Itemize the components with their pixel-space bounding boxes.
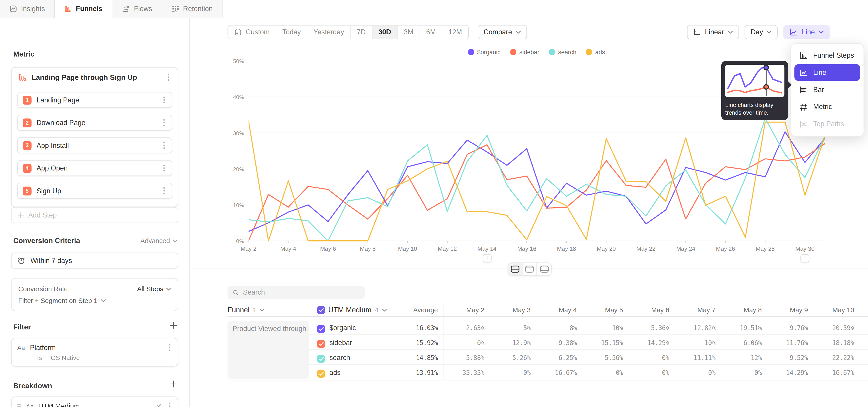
table-search[interactable]: [228, 286, 365, 299]
range-label: Today: [282, 28, 301, 36]
column-header[interactable]: May 2: [434, 306, 484, 314]
step-kebab-menu[interactable]: [162, 118, 166, 128]
layout-table-only-button[interactable]: [537, 263, 552, 275]
range-custom[interactable]: Custom: [228, 26, 276, 39]
advanced-dropdown[interactable]: Advanced: [141, 237, 178, 245]
menu-item-line[interactable]: Line: [794, 64, 860, 81]
granularity-dropdown[interactable]: Day: [745, 25, 778, 39]
tab-funnels[interactable]: Funnels: [55, 0, 113, 18]
day-value: 6.25%: [527, 354, 577, 362]
range-3m[interactable]: 3M: [398, 26, 420, 39]
column-header[interactable]: May 10: [804, 306, 854, 314]
column-header[interactable]: May 7: [666, 306, 715, 314]
conversion-window-field[interactable]: Within 7 days: [11, 253, 178, 269]
day-value: 5.36%: [619, 323, 669, 331]
line-chart-icon: [799, 68, 808, 77]
day-value: 11.76%: [758, 339, 808, 346]
table-header-divider: [228, 316, 868, 317]
menu-item-funnel-steps[interactable]: Funnel Steps: [794, 47, 860, 64]
breakdown-card[interactable]: Aa UTM Medium: [11, 396, 178, 407]
remove-breakdown-icon[interactable]: [156, 403, 162, 407]
layout-chart-only-button[interactable]: [523, 263, 537, 275]
range-yesterday[interactable]: Yesterday: [307, 26, 350, 39]
legend-label: sidebar: [520, 49, 539, 55]
all-steps-dropdown[interactable]: All Steps: [137, 285, 171, 292]
tab-retention[interactable]: Retention: [162, 0, 223, 18]
metric-card-header[interactable]: Landing Page through Sign Up: [11, 68, 178, 88]
funnel-step-4[interactable]: 4 App Open: [17, 160, 172, 176]
column-header[interactable]: May 4: [527, 306, 577, 314]
column-header[interactable]: Average: [388, 306, 438, 314]
average-value: 14.85%: [388, 354, 438, 362]
layout-split-view-button[interactable]: [508, 263, 523, 275]
day-value: 10%: [573, 323, 623, 331]
chart-type-dropdown[interactable]: Line: [783, 25, 830, 39]
funnel-step-2[interactable]: 2 Download Page: [17, 115, 172, 131]
x-axis-label: May 24: [669, 245, 702, 252]
table-row[interactable]: sidebar15.92%0%12.9%9.38%15.15%14.29%10%…: [228, 335, 868, 350]
filter-value[interactable]: iOS Native: [49, 354, 80, 361]
row-checkbox[interactable]: [317, 355, 325, 363]
search-input[interactable]: [243, 288, 360, 296]
filter-segment-dropdown[interactable]: Filter + Segment on Step 1: [18, 296, 106, 304]
legend-item[interactable]: $organic: [468, 49, 501, 55]
drag-handle[interactable]: [17, 403, 22, 407]
breakdown-kebab-menu[interactable]: [167, 402, 172, 407]
day-value: 0%: [619, 369, 669, 377]
add-step-button[interactable]: Add Step: [11, 207, 178, 223]
day-value: 9.52%: [758, 354, 808, 362]
annotation-badge[interactable]: 1: [800, 254, 809, 262]
row-checkbox[interactable]: [317, 370, 325, 378]
day-value: 16.67%: [527, 369, 577, 377]
tab-insights[interactable]: Insights: [0, 0, 55, 18]
menu-item-top-paths[interactable]: Top Paths: [794, 116, 860, 132]
filter-operator[interactable]: Is: [37, 354, 42, 361]
column-header[interactable]: May 5: [573, 306, 623, 314]
property-type-icon: Aa: [17, 344, 25, 351]
range-12m[interactable]: 12M: [442, 26, 468, 39]
funnel-step-5[interactable]: 5 Sign Up: [17, 183, 172, 199]
step-kebab-menu[interactable]: [162, 140, 166, 150]
add-filter-button[interactable]: [170, 322, 177, 329]
filter-card[interactable]: Aa Platform Is iOS Native: [11, 338, 178, 367]
row-checkbox[interactable]: [317, 325, 325, 333]
step-kebab-menu[interactable]: [162, 163, 166, 173]
legend-item[interactable]: sidebar: [510, 49, 539, 55]
legend-label: $organic: [477, 49, 500, 55]
menu-item-metric[interactable]: Metric: [794, 99, 860, 115]
filter-kebab-menu[interactable]: [167, 343, 172, 352]
select-all-checkbox[interactable]: [317, 306, 325, 314]
column-header[interactable]: May 3: [481, 306, 530, 314]
chevron-down-icon: [173, 239, 178, 243]
funnel-name-cell[interactable]: Product Viewed through P...: [228, 321, 309, 379]
funnel-column-dropdown[interactable]: Funnel 1: [228, 306, 265, 314]
breakdown-column-dropdown[interactable]: UTM Medium 4: [317, 306, 387, 314]
table-row[interactable]: ads13.91%33.33%0%16.67%0%0%0%0%14.29%16.…: [228, 365, 868, 380]
tab-flows[interactable]: Flows: [112, 0, 162, 18]
funnel-step-3[interactable]: 3 App Install: [17, 137, 172, 153]
scale-dropdown[interactable]: Linear: [687, 25, 739, 39]
column-header[interactable]: May 6: [619, 306, 669, 314]
step-kebab-menu[interactable]: [162, 95, 166, 105]
day-value: 15.15%: [573, 339, 623, 346]
menu-item-bar[interactable]: Bar: [794, 82, 860, 98]
annotation-badge[interactable]: 1: [483, 254, 491, 262]
range-today[interactable]: Today: [276, 26, 307, 39]
menu-item-label: Metric: [813, 103, 832, 111]
table-row[interactable]: $organic16.03%2.63%5%8%10%5.36%12.82%19.…: [228, 320, 868, 335]
legend-item[interactable]: ads: [586, 49, 605, 55]
add-breakdown-button[interactable]: [170, 380, 177, 387]
step-kebab-menu[interactable]: [162, 186, 166, 196]
column-header[interactable]: May 8: [712, 306, 762, 314]
range-6m[interactable]: 6M: [420, 26, 442, 39]
x-axis-label: May 30: [788, 245, 822, 252]
metric-kebab-menu[interactable]: [166, 72, 171, 82]
column-header[interactable]: May 9: [758, 306, 808, 314]
range-30d[interactable]: 30D: [372, 26, 398, 39]
table-row[interactable]: search14.85%5.88%5.26%6.25%5.56%0%11.11%…: [228, 350, 868, 365]
row-checkbox[interactable]: [317, 340, 325, 347]
funnel-step-1[interactable]: 1 Landing Page: [17, 92, 172, 108]
range-7d[interactable]: 7D: [351, 26, 372, 39]
legend-item[interactable]: search: [549, 49, 577, 55]
compare-button[interactable]: Compare: [477, 25, 527, 39]
